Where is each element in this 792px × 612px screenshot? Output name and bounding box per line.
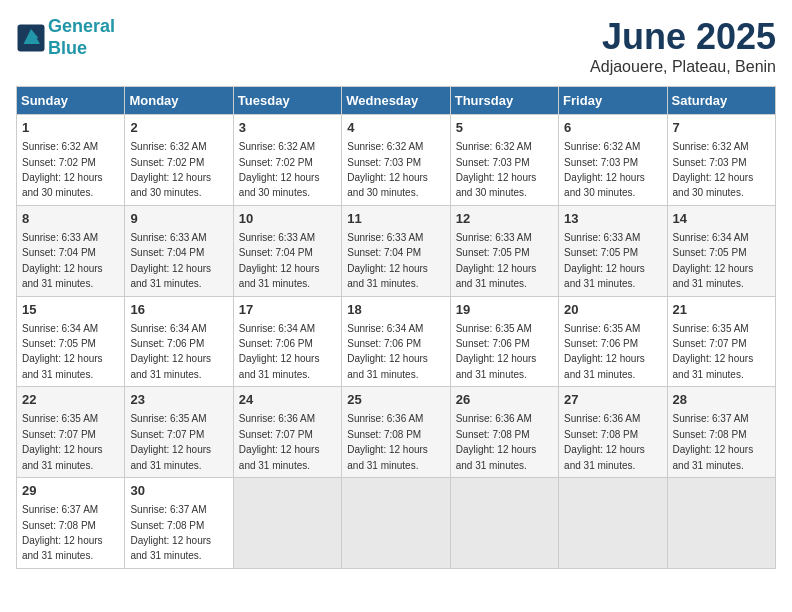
day-number: 30 (130, 482, 227, 500)
cell-week2-day5: 12 Sunrise: 6:33 AM Sunset: 7:05 PM Dayl… (450, 205, 558, 296)
daylight-info: Daylight: 12 hours and 30 minutes. (239, 172, 320, 198)
sunrise-info: Sunrise: 6:36 AM (564, 413, 640, 424)
cell-week3-day1: 15 Sunrise: 6:34 AM Sunset: 7:05 PM Dayl… (17, 296, 125, 387)
daylight-info: Daylight: 12 hours and 31 minutes. (564, 353, 645, 379)
day-number: 16 (130, 301, 227, 319)
day-number: 13 (564, 210, 661, 228)
cell-week4-day1: 22 Sunrise: 6:35 AM Sunset: 7:07 PM Dayl… (17, 387, 125, 478)
daylight-info: Daylight: 12 hours and 31 minutes. (239, 353, 320, 379)
day-number: 14 (673, 210, 770, 228)
calendar-table: Sunday Monday Tuesday Wednesday Thursday… (16, 86, 776, 569)
sunrise-info: Sunrise: 6:32 AM (22, 141, 98, 152)
cell-week1-day3: 3 Sunrise: 6:32 AM Sunset: 7:02 PM Dayli… (233, 115, 341, 206)
cell-week4-day2: 23 Sunrise: 6:35 AM Sunset: 7:07 PM Dayl… (125, 387, 233, 478)
cell-week5-day6 (559, 478, 667, 569)
cell-week5-day5 (450, 478, 558, 569)
logo-line2: Blue (48, 38, 87, 58)
daylight-info: Daylight: 12 hours and 31 minutes. (673, 444, 754, 470)
day-number: 17 (239, 301, 336, 319)
daylight-info: Daylight: 12 hours and 31 minutes. (130, 353, 211, 379)
cell-week3-day7: 21 Sunrise: 6:35 AM Sunset: 7:07 PM Dayl… (667, 296, 775, 387)
day-number: 19 (456, 301, 553, 319)
cell-week4-day6: 27 Sunrise: 6:36 AM Sunset: 7:08 PM Dayl… (559, 387, 667, 478)
sunset-info: Sunset: 7:07 PM (22, 429, 96, 440)
daylight-info: Daylight: 12 hours and 31 minutes. (347, 263, 428, 289)
sunset-info: Sunset: 7:06 PM (347, 338, 421, 349)
sunset-info: Sunset: 7:08 PM (564, 429, 638, 440)
header-row: Sunday Monday Tuesday Wednesday Thursday… (17, 87, 776, 115)
sunset-info: Sunset: 7:03 PM (564, 157, 638, 168)
sunrise-info: Sunrise: 6:37 AM (130, 504, 206, 515)
sunset-info: Sunset: 7:02 PM (22, 157, 96, 168)
daylight-info: Daylight: 12 hours and 31 minutes. (239, 263, 320, 289)
sunset-info: Sunset: 7:05 PM (456, 247, 530, 258)
daylight-info: Daylight: 12 hours and 30 minutes. (456, 172, 537, 198)
cell-week4-day5: 26 Sunrise: 6:36 AM Sunset: 7:08 PM Dayl… (450, 387, 558, 478)
day-number: 22 (22, 391, 119, 409)
sunrise-info: Sunrise: 6:35 AM (22, 413, 98, 424)
daylight-info: Daylight: 12 hours and 30 minutes. (130, 172, 211, 198)
daylight-info: Daylight: 12 hours and 30 minutes. (673, 172, 754, 198)
day-number: 9 (130, 210, 227, 228)
day-number: 20 (564, 301, 661, 319)
daylight-info: Daylight: 12 hours and 31 minutes. (22, 535, 103, 561)
daylight-info: Daylight: 12 hours and 31 minutes. (347, 444, 428, 470)
day-number: 5 (456, 119, 553, 137)
day-number: 29 (22, 482, 119, 500)
day-number: 4 (347, 119, 444, 137)
sunset-info: Sunset: 7:03 PM (673, 157, 747, 168)
cell-week3-day4: 18 Sunrise: 6:34 AM Sunset: 7:06 PM Dayl… (342, 296, 450, 387)
sunrise-info: Sunrise: 6:33 AM (347, 232, 423, 243)
day-number: 26 (456, 391, 553, 409)
logo-line1: General (48, 16, 115, 36)
calendar-title: June 2025 (590, 16, 776, 58)
sunrise-info: Sunrise: 6:37 AM (673, 413, 749, 424)
col-sunday: Sunday (17, 87, 125, 115)
cell-week5-day2: 30 Sunrise: 6:37 AM Sunset: 7:08 PM Dayl… (125, 478, 233, 569)
sunset-info: Sunset: 7:04 PM (130, 247, 204, 258)
daylight-info: Daylight: 12 hours and 31 minutes. (347, 353, 428, 379)
cell-week1-day7: 7 Sunrise: 6:32 AM Sunset: 7:03 PM Dayli… (667, 115, 775, 206)
sunset-info: Sunset: 7:05 PM (673, 247, 747, 258)
sunrise-info: Sunrise: 6:35 AM (564, 323, 640, 334)
sunrise-info: Sunrise: 6:32 AM (347, 141, 423, 152)
col-saturday: Saturday (667, 87, 775, 115)
day-number: 27 (564, 391, 661, 409)
sunset-info: Sunset: 7:06 PM (564, 338, 638, 349)
col-thursday: Thursday (450, 87, 558, 115)
cell-week2-day6: 13 Sunrise: 6:33 AM Sunset: 7:05 PM Dayl… (559, 205, 667, 296)
daylight-info: Daylight: 12 hours and 30 minutes. (564, 172, 645, 198)
sunset-info: Sunset: 7:04 PM (239, 247, 313, 258)
sunrise-info: Sunrise: 6:36 AM (239, 413, 315, 424)
daylight-info: Daylight: 12 hours and 31 minutes. (22, 353, 103, 379)
daylight-info: Daylight: 12 hours and 31 minutes. (22, 444, 103, 470)
sunrise-info: Sunrise: 6:36 AM (456, 413, 532, 424)
cell-week1-day1: 1 Sunrise: 6:32 AM Sunset: 7:02 PM Dayli… (17, 115, 125, 206)
cell-week1-day6: 6 Sunrise: 6:32 AM Sunset: 7:03 PM Dayli… (559, 115, 667, 206)
sunrise-info: Sunrise: 6:33 AM (22, 232, 98, 243)
week-row-2: 8 Sunrise: 6:33 AM Sunset: 7:04 PM Dayli… (17, 205, 776, 296)
cell-week1-day5: 5 Sunrise: 6:32 AM Sunset: 7:03 PM Dayli… (450, 115, 558, 206)
cell-week4-day7: 28 Sunrise: 6:37 AM Sunset: 7:08 PM Dayl… (667, 387, 775, 478)
sunset-info: Sunset: 7:04 PM (22, 247, 96, 258)
daylight-info: Daylight: 12 hours and 31 minutes. (673, 263, 754, 289)
col-friday: Friday (559, 87, 667, 115)
sunrise-info: Sunrise: 6:32 AM (564, 141, 640, 152)
day-number: 23 (130, 391, 227, 409)
sunrise-info: Sunrise: 6:36 AM (347, 413, 423, 424)
cell-week3-day5: 19 Sunrise: 6:35 AM Sunset: 7:06 PM Dayl… (450, 296, 558, 387)
cell-week3-day2: 16 Sunrise: 6:34 AM Sunset: 7:06 PM Dayl… (125, 296, 233, 387)
day-number: 25 (347, 391, 444, 409)
day-number: 8 (22, 210, 119, 228)
day-number: 12 (456, 210, 553, 228)
sunrise-info: Sunrise: 6:35 AM (673, 323, 749, 334)
cell-week2-day3: 10 Sunrise: 6:33 AM Sunset: 7:04 PM Dayl… (233, 205, 341, 296)
day-number: 24 (239, 391, 336, 409)
cell-week2-day4: 11 Sunrise: 6:33 AM Sunset: 7:04 PM Dayl… (342, 205, 450, 296)
cell-week2-day1: 8 Sunrise: 6:33 AM Sunset: 7:04 PM Dayli… (17, 205, 125, 296)
daylight-info: Daylight: 12 hours and 31 minutes. (130, 263, 211, 289)
sunset-info: Sunset: 7:07 PM (130, 429, 204, 440)
cell-week4-day4: 25 Sunrise: 6:36 AM Sunset: 7:08 PM Dayl… (342, 387, 450, 478)
cell-week3-day6: 20 Sunrise: 6:35 AM Sunset: 7:06 PM Dayl… (559, 296, 667, 387)
col-tuesday: Tuesday (233, 87, 341, 115)
